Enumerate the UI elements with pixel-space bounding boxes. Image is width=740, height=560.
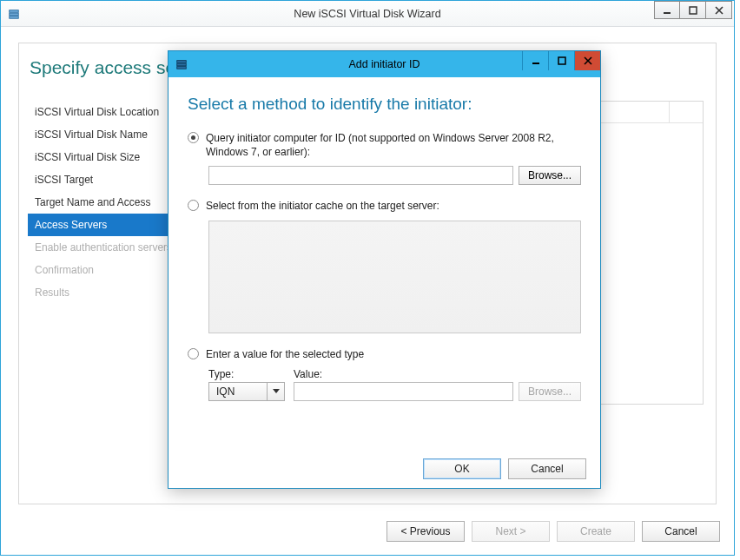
step-size[interactable]: iSCSI Virtual Disk Size xyxy=(28,146,186,168)
query-computer-input[interactable] xyxy=(208,166,513,185)
table-column-divider xyxy=(669,102,670,122)
wizard-titlebar: New iSCSI Virtual Disk Wizard xyxy=(1,1,734,27)
step-target-name[interactable]: Target Name and Access xyxy=(28,191,186,214)
option-query-row: Query initiator computer for ID (not sup… xyxy=(188,131,581,159)
add-initiator-dialog: Add initiator ID Select a method to iden… xyxy=(168,50,601,489)
svg-rect-7 xyxy=(177,61,187,63)
svg-rect-10 xyxy=(532,63,539,64)
dialog-close-button[interactable] xyxy=(574,51,600,70)
dialog-footer: OK Cancel xyxy=(168,450,600,488)
step-enable-auth: Enable authentication servers xyxy=(28,236,186,259)
svg-rect-9 xyxy=(177,67,187,69)
value-input[interactable] xyxy=(294,382,513,401)
close-button[interactable] xyxy=(706,1,732,19)
wizard-window-buttons xyxy=(654,1,732,19)
svg-rect-2 xyxy=(10,16,19,18)
option-query-label: Query initiator computer for ID (not sup… xyxy=(206,131,581,159)
query-input-group: Browse... xyxy=(208,166,581,185)
dialog-titlebar: Add initiator ID xyxy=(168,51,600,77)
cancel-button[interactable]: Cancel xyxy=(642,521,720,542)
wizard-title: New iSCSI Virtual Disk Wizard xyxy=(294,8,440,20)
radio-manual[interactable] xyxy=(188,348,199,359)
previous-button[interactable]: < Previous xyxy=(387,521,465,542)
step-access-servers[interactable]: Access Servers xyxy=(28,214,186,236)
option-manual-row: Enter a value for the selected type xyxy=(188,347,581,361)
option-manual-label: Enter a value for the selected type xyxy=(206,347,364,361)
step-confirmation: Confirmation xyxy=(28,259,186,281)
maximize-button[interactable] xyxy=(680,1,706,19)
value-label: Value: xyxy=(294,368,581,380)
radio-query[interactable] xyxy=(188,132,199,143)
svg-rect-11 xyxy=(558,57,565,64)
type-label: Type: xyxy=(208,368,285,380)
type-combobox[interactable]: IQN xyxy=(208,382,285,401)
next-button: Next > xyxy=(472,521,550,542)
minimize-button[interactable] xyxy=(654,1,680,19)
type-selected-value: IQN xyxy=(209,383,267,400)
svg-rect-8 xyxy=(177,63,187,66)
dialog-window-buttons xyxy=(522,51,600,70)
dialog-heading: Select a method to identify the initiato… xyxy=(188,95,581,114)
manual-entry-row: Type: IQN Value: Browse... xyxy=(208,368,581,401)
chevron-down-icon xyxy=(267,383,284,400)
browse-value-button: Browse... xyxy=(519,382,581,401)
step-target[interactable]: iSCSI Target xyxy=(28,168,186,191)
server-icon xyxy=(8,8,20,20)
dialog-body: Select a method to identify the initiato… xyxy=(168,77,600,450)
create-button: Create xyxy=(557,521,635,542)
step-name[interactable]: iSCSI Virtual Disk Name xyxy=(28,123,186,146)
radio-cache[interactable] xyxy=(188,200,199,211)
dialog-cancel-button[interactable]: Cancel xyxy=(508,458,586,479)
value-column: Value: Browse... xyxy=(294,368,581,401)
option-cache-label: Select from the initiator cache on the t… xyxy=(206,199,439,213)
option-cache-row: Select from the initiator cache on the t… xyxy=(188,199,581,213)
svg-rect-3 xyxy=(664,12,671,14)
initiator-cache-list xyxy=(208,221,581,333)
browse-computer-button[interactable]: Browse... xyxy=(519,166,581,185)
step-location[interactable]: iSCSI Virtual Disk Location xyxy=(28,101,186,123)
wizard-steps: iSCSI Virtual Disk Location iSCSI Virtua… xyxy=(28,101,186,304)
dialog-minimize-button[interactable] xyxy=(522,51,548,70)
dialog-title: Add initiator ID xyxy=(349,58,420,70)
svg-rect-1 xyxy=(10,13,19,16)
server-icon xyxy=(175,58,188,70)
step-results: Results xyxy=(28,281,186,304)
dialog-maximize-button[interactable] xyxy=(548,51,574,70)
wizard-footer: < Previous Next > Create Cancel xyxy=(1,508,734,555)
type-column: Type: IQN xyxy=(208,368,285,401)
ok-button[interactable]: OK xyxy=(423,458,501,479)
svg-rect-4 xyxy=(690,7,697,14)
svg-rect-0 xyxy=(10,10,19,12)
